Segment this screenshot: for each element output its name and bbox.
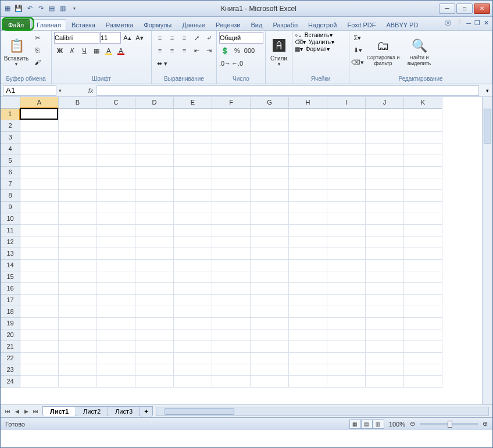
find-select-button[interactable]: 🔍 Найти и выделить bbox=[403, 32, 435, 71]
cell[interactable] bbox=[174, 155, 212, 167]
cell[interactable] bbox=[327, 144, 366, 155]
cell[interactable] bbox=[404, 225, 442, 236]
cell[interactable] bbox=[174, 329, 212, 341]
cell[interactable] bbox=[212, 341, 251, 353]
cell[interactable] bbox=[404, 144, 442, 155]
cell[interactable] bbox=[135, 225, 174, 236]
row-header-1[interactable]: 1 bbox=[1, 109, 20, 120]
cell[interactable] bbox=[366, 271, 404, 283]
cell[interactable] bbox=[289, 109, 327, 120]
cell[interactable] bbox=[327, 225, 366, 236]
cell[interactable] bbox=[174, 132, 212, 144]
row-header-5[interactable]: 5 bbox=[1, 155, 20, 167]
cell[interactable] bbox=[251, 167, 289, 178]
view-page-break-button[interactable]: ▥ bbox=[373, 420, 384, 429]
row-header-19[interactable]: 19 bbox=[1, 318, 20, 329]
cell[interactable] bbox=[59, 341, 97, 353]
cell[interactable] bbox=[404, 213, 442, 225]
cell[interactable] bbox=[366, 329, 404, 341]
zoom-out-button[interactable]: ⊖ bbox=[410, 420, 415, 428]
tab-developer[interactable]: Разрабо bbox=[267, 19, 303, 30]
vscroll-thumb[interactable] bbox=[484, 109, 491, 144]
column-header-E[interactable]: E bbox=[174, 97, 212, 109]
cell[interactable] bbox=[251, 283, 289, 295]
name-box[interactable] bbox=[3, 85, 56, 96]
cell[interactable] bbox=[20, 109, 59, 120]
row-header-21[interactable]: 21 bbox=[1, 341, 20, 353]
cell[interactable] bbox=[20, 376, 59, 388]
cell[interactable] bbox=[289, 120, 327, 132]
cell[interactable] bbox=[59, 271, 97, 283]
row-header-9[interactable]: 9 bbox=[1, 202, 20, 213]
cell[interactable] bbox=[174, 306, 212, 318]
cell[interactable] bbox=[251, 248, 289, 260]
maximize-button[interactable]: □ bbox=[456, 3, 473, 14]
cell[interactable] bbox=[97, 283, 135, 295]
cell[interactable] bbox=[135, 341, 174, 353]
cell[interactable] bbox=[251, 236, 289, 248]
cell[interactable] bbox=[366, 190, 404, 202]
cell[interactable] bbox=[97, 248, 135, 260]
sort-filter-button[interactable]: 🗂 Сортировка и фильтр bbox=[365, 32, 401, 71]
cell[interactable] bbox=[327, 155, 366, 167]
cell[interactable] bbox=[20, 341, 59, 353]
cell[interactable] bbox=[289, 132, 327, 144]
name-box-dropdown-icon[interactable]: ▾ bbox=[59, 88, 62, 94]
cell[interactable] bbox=[20, 283, 59, 295]
cell[interactable] bbox=[327, 248, 366, 260]
cell[interactable] bbox=[404, 306, 442, 318]
view-normal-button[interactable]: ▦ bbox=[349, 420, 361, 429]
cell[interactable] bbox=[135, 120, 174, 132]
cell[interactable] bbox=[404, 190, 442, 202]
cell[interactable] bbox=[135, 213, 174, 225]
view-page-layout-button[interactable]: ▤ bbox=[361, 420, 373, 429]
cell[interactable] bbox=[97, 295, 135, 306]
cell[interactable] bbox=[366, 132, 404, 144]
sheet-nav-last[interactable]: ⏭ bbox=[31, 407, 40, 416]
cell[interactable] bbox=[97, 190, 135, 202]
sheet-tab-1[interactable]: Лист1 bbox=[42, 406, 76, 416]
cell[interactable] bbox=[212, 318, 251, 329]
tab-addins[interactable]: Надстрой bbox=[303, 19, 342, 30]
zoom-slider-thumb[interactable] bbox=[448, 421, 452, 428]
italic-button[interactable]: К bbox=[66, 45, 78, 56]
tab-insert[interactable]: Вставка bbox=[66, 19, 101, 30]
fx-label[interactable]: fx bbox=[85, 87, 97, 94]
cell[interactable] bbox=[97, 155, 135, 167]
increase-decimal-button[interactable]: .0→ bbox=[219, 58, 231, 69]
sheet-tab-3[interactable]: Лист3 bbox=[108, 406, 140, 416]
cell[interactable] bbox=[174, 202, 212, 213]
ribbon-minimize-icon[interactable]: ⓥ bbox=[445, 19, 451, 27]
cell[interactable] bbox=[174, 248, 212, 260]
cell[interactable] bbox=[97, 329, 135, 341]
cell[interactable] bbox=[97, 236, 135, 248]
cell[interactable] bbox=[212, 144, 251, 155]
formula-input[interactable] bbox=[97, 85, 479, 96]
cell[interactable] bbox=[59, 248, 97, 260]
cell[interactable] bbox=[404, 155, 442, 167]
cell[interactable] bbox=[212, 202, 251, 213]
cell[interactable] bbox=[327, 295, 366, 306]
cell[interactable] bbox=[59, 236, 97, 248]
percent-button[interactable]: % bbox=[231, 45, 243, 56]
cell[interactable] bbox=[20, 306, 59, 318]
row-header-13[interactable]: 13 bbox=[1, 248, 20, 260]
cell[interactable] bbox=[135, 236, 174, 248]
cell[interactable] bbox=[327, 178, 366, 190]
cell[interactable] bbox=[251, 213, 289, 225]
cell[interactable] bbox=[366, 341, 404, 353]
copy-button[interactable]: ⎘ bbox=[31, 44, 43, 56]
cell[interactable] bbox=[59, 144, 97, 155]
sheet-tab-2[interactable]: Лист2 bbox=[76, 406, 108, 416]
increase-indent-button[interactable]: ⇥ bbox=[203, 45, 215, 56]
cell[interactable] bbox=[20, 178, 59, 190]
bold-button[interactable]: Ж bbox=[54, 45, 66, 56]
minimize-button[interactable]: ─ bbox=[439, 3, 455, 14]
row-header-17[interactable]: 17 bbox=[1, 295, 20, 306]
fill-color-button[interactable]: A bbox=[103, 45, 115, 56]
cell[interactable] bbox=[327, 190, 366, 202]
cell[interactable] bbox=[97, 120, 135, 132]
horizontal-scrollbar[interactable] bbox=[156, 407, 489, 416]
cell[interactable] bbox=[212, 190, 251, 202]
cell[interactable] bbox=[327, 341, 366, 353]
